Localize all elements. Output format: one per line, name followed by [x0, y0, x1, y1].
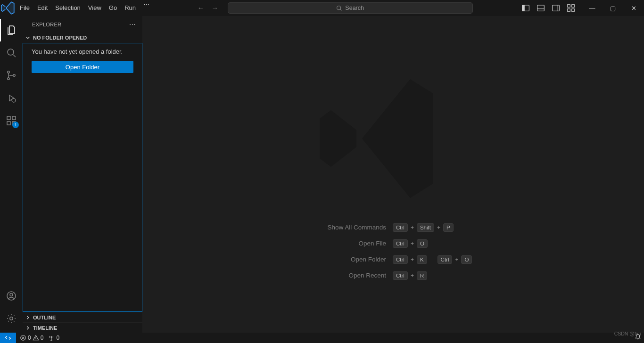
svg-rect-9: [568, 9, 570, 12]
svg-rect-8: [572, 5, 575, 8]
radio-tower-icon: [48, 335, 55, 341]
section-header-no-folder[interactable]: NO FOLDER OPENED: [23, 33, 142, 43]
svg-point-14: [13, 74, 15, 76]
editor-watermark: Show All CommandsCtrl+Shift+POpen FileCt…: [142, 16, 644, 333]
chevron-down-icon: [25, 34, 31, 41]
watermark-shortcut: Ctrl+Shift+P: [393, 223, 454, 232]
svg-point-21: [10, 294, 13, 296]
menu-selection[interactable]: Selection: [51, 0, 84, 16]
watermark-label: Show All Commands: [275, 224, 386, 231]
menu-more-icon[interactable]: ···: [140, 0, 153, 16]
svg-rect-17: [7, 122, 10, 125]
window-maximize-icon[interactable]: ▢: [607, 5, 619, 12]
watermark-shortcut: Ctrl+KCtrl+O: [393, 255, 472, 264]
layout-sidebar-left-icon[interactable]: [521, 4, 530, 12]
activity-search[interactable]: [0, 41, 23, 64]
activity-run-debug[interactable]: [0, 87, 23, 109]
keyboard-key: O: [417, 239, 428, 248]
watermark-label: Open File: [275, 240, 386, 247]
activity-accounts[interactable]: [0, 285, 23, 307]
keyboard-key: Ctrl: [393, 255, 408, 264]
outline-label: OUTLINE: [33, 315, 56, 320]
window-close-icon[interactable]: ✕: [628, 5, 639, 12]
timeline-label: TIMELINE: [33, 325, 57, 331]
watermark-row: Show All CommandsCtrl+Shift+P: [275, 223, 511, 232]
title-bar: File Edit Selection View Go Run ··· ← → …: [0, 0, 644, 16]
open-folder-button[interactable]: Open Folder: [32, 61, 133, 73]
keyboard-key: Ctrl: [393, 271, 408, 280]
no-folder-message: You have not yet opened a folder.: [32, 48, 133, 55]
menu-edit[interactable]: Edit: [33, 0, 51, 16]
svg-point-24: [51, 336, 52, 337]
keyboard-key: P: [443, 223, 454, 232]
status-problems[interactable]: 0 0: [20, 335, 43, 341]
no-folder-panel: You have not yet opened a folder. Open F…: [23, 43, 142, 312]
watermark-row: Open FolderCtrl+KCtrl+O: [275, 255, 511, 264]
svg-point-22: [10, 317, 13, 320]
watermark-shortcut: Ctrl+O: [393, 239, 428, 248]
svg-point-12: [8, 71, 9, 73]
section-timeline[interactable]: TIMELINE: [23, 322, 142, 333]
chevron-right-icon: [25, 325, 31, 331]
activity-bar: 1: [0, 16, 23, 333]
status-bar: 0 0 0: [0, 333, 644, 343]
keyboard-key: Ctrl: [393, 239, 408, 248]
activity-extensions[interactable]: 1: [0, 109, 23, 132]
notifications-bell-icon[interactable]: [635, 334, 641, 342]
svg-point-11: [8, 49, 14, 55]
menu-view[interactable]: View: [84, 0, 105, 16]
search-icon: [336, 5, 342, 11]
section-outline[interactable]: OUTLINE: [23, 312, 142, 322]
layout-sidebar-right-icon[interactable]: [552, 4, 560, 12]
keyboard-key: R: [417, 271, 427, 280]
svg-point-15: [12, 98, 16, 102]
watermark-shortcut: Ctrl+R: [393, 271, 427, 280]
menu-go[interactable]: Go: [105, 0, 121, 16]
activity-explorer[interactable]: [0, 19, 23, 41]
warning-icon: [33, 335, 39, 341]
remote-indicator[interactable]: [0, 333, 16, 343]
layout-panel-bottom-icon[interactable]: [537, 4, 545, 12]
svg-rect-3: [537, 5, 545, 11]
extensions-badge: 1: [12, 122, 19, 128]
vscode-watermark-icon: [308, 68, 450, 211]
sidebar-more-icon[interactable]: ···: [129, 20, 136, 29]
watermark-label: Open Folder: [275, 256, 386, 263]
svg-rect-19: [12, 116, 16, 120]
watermark-row: Open RecentCtrl+R: [275, 271, 511, 280]
watermark-row: Open FileCtrl+O: [275, 239, 511, 248]
svg-rect-10: [572, 9, 575, 12]
watermark-label: Open Recent: [275, 272, 386, 279]
keyboard-key: O: [461, 255, 472, 264]
window-minimize-icon[interactable]: —: [586, 5, 598, 12]
menu-run[interactable]: Run: [121, 0, 140, 16]
activity-settings[interactable]: [0, 307, 23, 330]
svg-rect-5: [553, 5, 560, 11]
ports-count: 0: [56, 335, 59, 341]
search-placeholder: Search: [345, 5, 364, 11]
chevron-right-icon: [25, 314, 31, 321]
svg-rect-16: [7, 116, 10, 120]
svg-rect-7: [568, 5, 570, 8]
error-icon: [20, 335, 26, 341]
menu-file[interactable]: File: [16, 0, 33, 16]
keyboard-key: K: [417, 255, 427, 264]
keyboard-key: Ctrl: [393, 223, 408, 232]
sidebar-title: EXPLORER: [32, 22, 61, 27]
keyboard-key: Ctrl: [438, 255, 453, 264]
section-header-label: NO FOLDER OPENED: [33, 35, 87, 41]
svg-point-0: [337, 6, 341, 9]
svg-rect-2: [522, 5, 525, 11]
nav-forward-icon[interactable]: →: [212, 4, 218, 12]
svg-point-13: [8, 78, 9, 80]
search-box[interactable]: Search: [228, 2, 473, 14]
status-ports[interactable]: 0: [48, 335, 59, 341]
error-count: 0: [28, 335, 31, 341]
sidebar-explorer: EXPLORER ··· NO FOLDER OPENED You have n…: [23, 16, 142, 333]
vscode-logo-icon: [0, 0, 16, 16]
warning-count: 0: [41, 335, 44, 341]
keyboard-key: Shift: [417, 223, 434, 232]
nav-back-icon[interactable]: ←: [198, 4, 204, 12]
customize-layout-icon[interactable]: [567, 4, 575, 12]
activity-source-control[interactable]: [0, 64, 23, 87]
